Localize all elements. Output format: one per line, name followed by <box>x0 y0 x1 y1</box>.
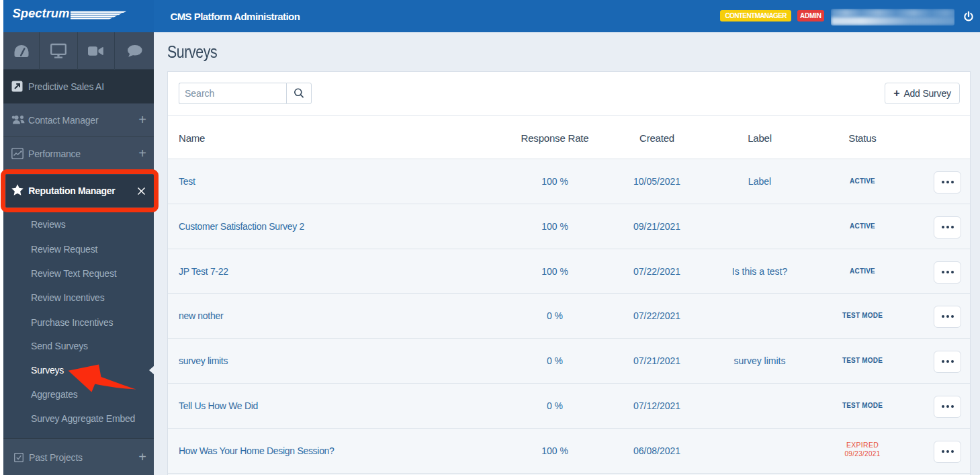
svg-text:Spectrum: Spectrum <box>13 7 70 20</box>
